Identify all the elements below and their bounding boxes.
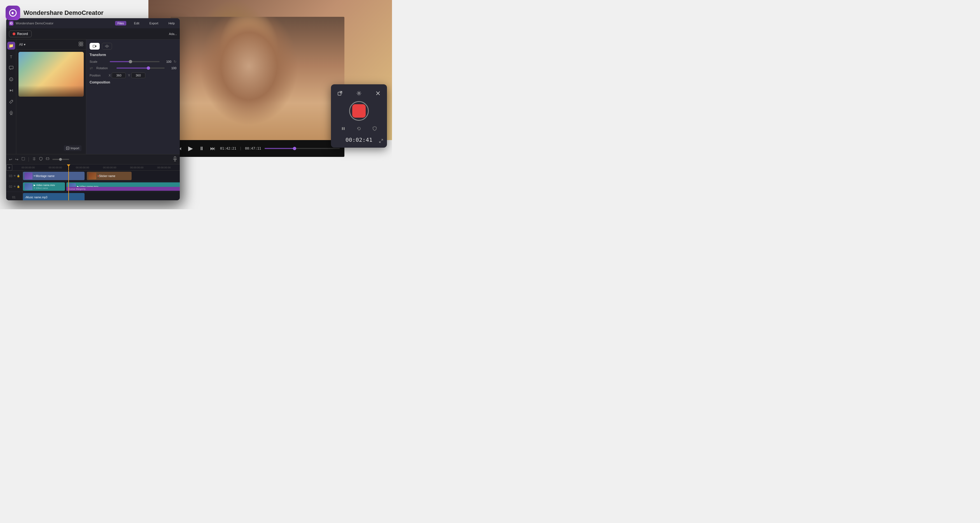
svg-rect-11 [81,44,83,46]
svg-point-4 [10,79,11,79]
pos-y-input: Y 360 [128,73,145,78]
clip-cursor[interactable]: Cursur Margrerty [66,187,180,191]
logo-icon [6,6,20,20]
pos-x-input: X 360 [109,73,126,78]
zoom-slider[interactable] [52,159,69,160]
video-play-button[interactable]: ▶ [186,145,194,152]
sidebar-icon-text[interactable]: T [7,53,15,61]
scale-slider[interactable] [110,61,160,62]
track-2-eye[interactable]: 👁 [13,185,16,188]
track-num-3: 03 [9,174,12,178]
expand-frame-button[interactable] [46,157,49,162]
sidebar-icon-tools[interactable] [7,98,15,105]
ruler-mark-3: 00:00:00:00 [96,166,123,169]
svg-point-3 [10,78,13,81]
app-title: Wondershare DemoCreator [24,9,103,16]
svg-rect-9 [81,42,83,44]
svg-rect-20 [344,127,345,130]
video-time-total: 00:47:11 [245,147,261,150]
video-next-button[interactable]: ⏭ [209,145,217,152]
record-button[interactable]: Record [9,30,32,37]
recording-popup: 00:02:41 [331,85,387,148]
svg-rect-14 [22,158,25,160]
undo-button[interactable]: ↩ [9,157,12,162]
clip-sticker[interactable]: ● Sticker name [87,172,132,180]
pos-y-field[interactable]: 360 [131,73,145,78]
sidebar-icon-emoji[interactable] [7,75,15,83]
video-time-current: 01:42:21 [220,147,236,150]
scale-value: 100 [163,60,171,63]
svg-rect-10 [79,44,81,46]
scale-reset-button[interactable]: ↻ [173,60,177,64]
clip-pencil-icon: ✏ [33,174,36,177]
rec-external-link-button[interactable] [336,89,344,98]
redo-button[interactable]: ↪ [15,157,19,162]
track-3-eye[interactable]: 👁 [13,174,16,177]
rotation-slider[interactable] [116,67,165,69]
svg-point-18 [358,92,360,94]
scale-row: Scale 100 ↻ [90,60,177,64]
rec-record-main-button[interactable] [349,101,369,121]
menu-help[interactable]: Help [166,21,177,26]
ruler-mark-1: 00:00:00:00 [42,166,69,169]
rotation-row: ⇄ Rotation 100 [90,66,177,70]
clip-music[interactable]: ♪ Music name.mp3 [23,193,84,200]
ruler-mark-4: 00:00:00:00 [123,166,150,169]
menu-edit[interactable]: Edit [132,21,142,26]
rec-refresh-button[interactable] [355,124,363,133]
tab-video[interactable] [90,43,100,49]
ruler-mark-2: 00:00:00:00 [69,166,96,169]
grid-view-button[interactable] [79,42,83,47]
sidebar-icon-files[interactable]: 📁 [7,42,15,49]
app-logo-small [9,21,13,26]
track-3-lock[interactable]: 🔒 [17,174,20,177]
import-button[interactable]: Import [64,145,81,151]
menu-files[interactable]: Files [115,21,126,26]
position-row: Position X 360 Y 360 [90,73,177,78]
rec-shield-button[interactable] [370,124,379,133]
rec-pause-button[interactable] [339,124,348,133]
video-progress-bar[interactable] [265,148,340,149]
sidebar-icon-comments[interactable] [7,64,15,72]
pos-x-field[interactable]: 360 [112,73,126,78]
video-person-overlay [171,17,344,140]
files-dropdown[interactable]: All ▾ [19,43,25,46]
track-3-content: ✏ Montage name ● Sticker name [23,171,180,181]
sidebar-icon-skip[interactable] [7,86,15,94]
video-time-separator: | [240,147,242,150]
app-title-text: Wondershare DemoCreator [16,22,113,25]
shield-button[interactable] [39,157,43,162]
video1-name: Video name.mov [36,184,55,187]
position-label: Position [90,74,107,77]
sticker-clip-name: Sticker name [99,174,115,178]
menu-export[interactable]: Export [147,21,161,26]
rec-record-inner-icon [352,104,366,118]
ruler-playhead [68,164,69,170]
composition-title: Composition [90,80,177,85]
file-thumbnail [19,52,84,97]
clip-montage[interactable]: ✏ Montage name [23,172,84,180]
rec-close-button[interactable] [374,89,382,98]
video-pause-button[interactable]: ⏸ [198,145,205,152]
track-3-icons: 👁 🔒 [13,174,20,177]
prop-tabs [90,43,177,49]
timeline-container: ↩ ↪ [6,154,180,200]
rec-expand-button[interactable] [379,139,383,144]
track-label-3: 03 👁 🔒 [6,171,23,181]
video-progress-thumb[interactable] [293,147,296,150]
crop-button[interactable] [21,157,25,162]
split-button[interactable] [32,157,36,162]
file-preview-area: Import [16,49,86,155]
rec-settings-button[interactable] [355,89,363,98]
clip-video1[interactable]: ▶ Video name.mov ✏ Effect name [23,182,65,191]
track-2-content: ▶ Video name.mov ✏ Effect name [23,181,180,191]
add-track-button[interactable]: + [6,164,12,170]
app-window: Wondershare DemoCreator Files Edit Expor… [6,18,180,200]
track-2-lock[interactable]: 🔒 [17,185,20,188]
tab-audio[interactable] [102,43,112,49]
ruler-area: + 00:00:00:00 00:00:00:00 00:00:00:00 00… [6,164,180,171]
record-dot-icon [13,32,15,35]
mic-button[interactable] [173,156,177,163]
sidebar-icon-rocket[interactable] [7,109,15,117]
ruler-mark-5: 00:00:00:00 [150,166,178,169]
